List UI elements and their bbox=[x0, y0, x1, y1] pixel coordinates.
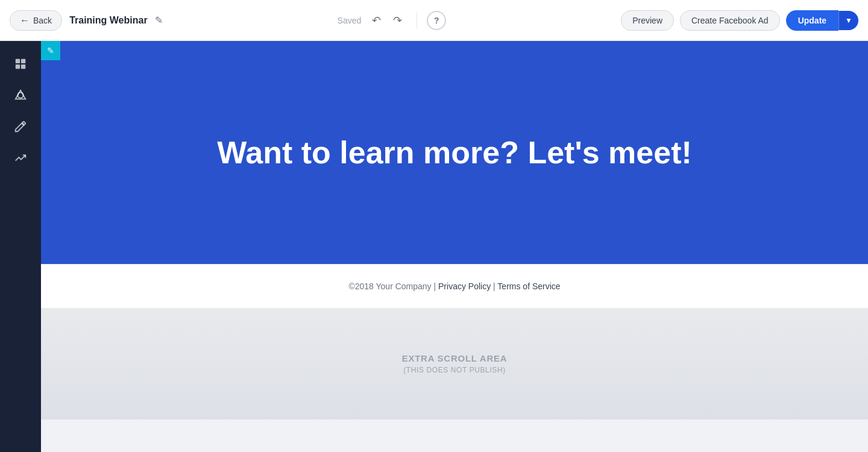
redo-button[interactable]: ↷ bbox=[388, 10, 407, 31]
footer-terms-link[interactable]: Terms of Service bbox=[497, 281, 560, 291]
page-title: Training Webinar bbox=[69, 15, 148, 26]
back-button[interactable]: ← Back bbox=[10, 10, 62, 31]
layers-icon bbox=[14, 57, 27, 71]
main-content: ✎ Want to learn more? Let's meet! ©2018 … bbox=[41, 41, 868, 452]
svg-rect-0 bbox=[16, 59, 20, 63]
sidebar-item-layers[interactable] bbox=[7, 51, 34, 77]
svg-point-5 bbox=[17, 92, 23, 98]
shapes-icon bbox=[14, 89, 27, 102]
footer-section: ©2018 Your Company | Privacy Policy | Te… bbox=[41, 264, 868, 308]
undo-button[interactable]: ↶ bbox=[367, 10, 386, 31]
help-button[interactable]: ? bbox=[427, 11, 446, 30]
extra-scroll-title: EXTRA SCROLL AREA bbox=[402, 353, 508, 363]
header-center: Saved ↶ ↷ ? bbox=[338, 10, 447, 31]
header-right: Preview Create Facebook Ad Update ▼ bbox=[621, 10, 858, 31]
footer-privacy-link[interactable]: Privacy Policy bbox=[438, 281, 491, 291]
top-header: ← Back Training Webinar ✎ Saved ↶ ↷ ? Pr… bbox=[0, 0, 868, 41]
hero-headline: Want to learn more? Let's meet! bbox=[193, 98, 716, 207]
create-facebook-ad-button[interactable]: Create Facebook Ad bbox=[680, 10, 780, 31]
sidebar-item-shapes[interactable] bbox=[7, 82, 34, 108]
footer-sep1: | bbox=[434, 281, 439, 291]
update-button[interactable]: Update bbox=[786, 10, 838, 31]
extra-scroll-subtitle: (THIS DOES NOT PUBLISH) bbox=[403, 366, 506, 374]
footer-copyright: ©2018 Your Company bbox=[348, 281, 431, 291]
sidebar-item-pen[interactable] bbox=[7, 113, 34, 140]
edit-pencil-icon: ✎ bbox=[47, 46, 54, 55]
analytics-icon bbox=[14, 151, 27, 165]
preview-button[interactable]: Preview bbox=[621, 10, 674, 31]
back-arrow-icon: ← bbox=[20, 15, 30, 26]
update-dropdown-button[interactable]: ▼ bbox=[838, 11, 858, 30]
update-button-group: Update ▼ bbox=[786, 10, 858, 31]
undo-redo-group: ↶ ↷ bbox=[367, 10, 407, 31]
edit-title-icon[interactable]: ✎ bbox=[155, 14, 163, 26]
extra-scroll-area: EXTRA SCROLL AREA (THIS DOES NOT PUBLISH… bbox=[41, 308, 868, 419]
footer-text: ©2018 Your Company | Privacy Policy | Te… bbox=[348, 281, 560, 291]
header-divider bbox=[417, 12, 417, 29]
edit-section-indicator[interactable]: ✎ bbox=[41, 41, 60, 60]
back-label: Back bbox=[33, 16, 52, 25]
svg-rect-1 bbox=[21, 59, 25, 63]
saved-status: Saved bbox=[338, 16, 362, 25]
svg-rect-3 bbox=[21, 64, 25, 69]
sidebar-item-analytics[interactable] bbox=[7, 145, 34, 171]
left-sidebar bbox=[0, 41, 41, 452]
svg-rect-2 bbox=[16, 64, 20, 69]
hero-section: ✎ Want to learn more? Let's meet! bbox=[41, 41, 868, 264]
header-left: ← Back Training Webinar ✎ bbox=[10, 10, 163, 31]
pen-icon bbox=[14, 120, 27, 133]
